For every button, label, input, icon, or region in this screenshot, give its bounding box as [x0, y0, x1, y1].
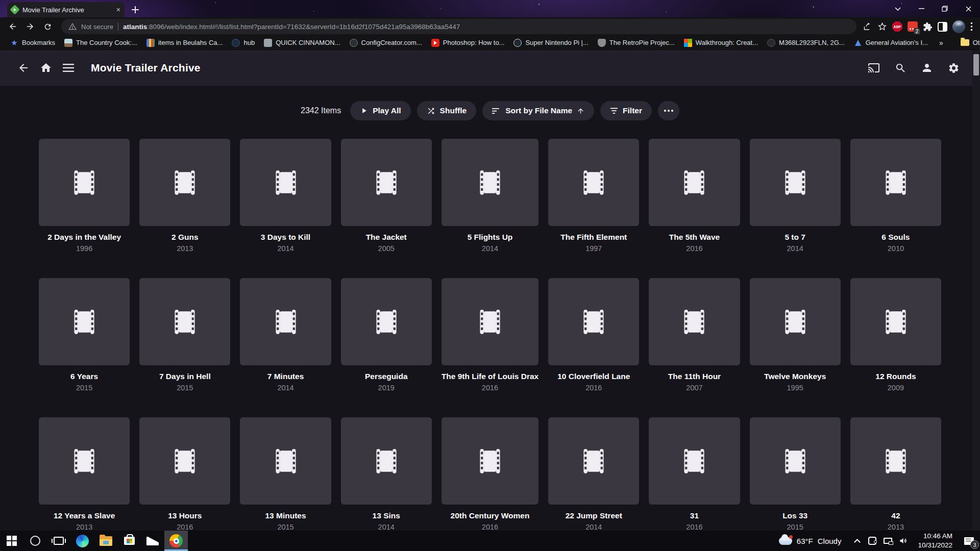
red-dots-extension-icon[interactable]: 2 [908, 21, 918, 32]
bookmark-item[interactable]: Photoshop: How to... [427, 37, 509, 48]
movie-title[interactable]: The Jacket [341, 233, 432, 242]
movie-card[interactable]: 422013 [850, 417, 941, 531]
new-tab-button[interactable] [129, 3, 142, 16]
movie-card[interactable]: The Fifth Element1997 [548, 139, 639, 253]
movie-thumbnail[interactable] [139, 417, 230, 505]
movie-title[interactable]: The 9th Life of Louis Drax [442, 372, 538, 381]
movie-card[interactable]: The 5th Wave2016 [649, 139, 740, 253]
movie-thumbnail[interactable] [750, 278, 841, 365]
bookmark-item[interactable]: The RetroPie Projec... [594, 37, 679, 48]
tab-close-icon[interactable]: × [116, 6, 120, 13]
search-icon[interactable] [889, 57, 912, 79]
movie-thumbnail[interactable] [139, 278, 230, 365]
movie-title[interactable]: 6 Years [39, 372, 130, 381]
movie-card[interactable]: 13 Sins2014 [341, 417, 432, 531]
movie-title[interactable]: 2 Guns [139, 233, 230, 242]
bookmark-item[interactable]: M368L2923FLN, 2G... [763, 37, 849, 48]
movie-thumbnail[interactable] [649, 139, 740, 226]
movie-title[interactable]: 5 to 7 [750, 233, 841, 242]
chrome-button[interactable] [164, 531, 188, 551]
taskbar-clock[interactable]: 10:46 AM 10/31/2022 [913, 531, 958, 551]
movie-card[interactable]: 2 Guns2013 [139, 139, 230, 253]
bookmark-item[interactable]: Super Nintendo Pi |... [509, 37, 592, 48]
movie-title[interactable]: The Fifth Element [548, 233, 639, 242]
weather-widget[interactable]: 63°F Cloudy [773, 531, 848, 551]
movie-title[interactable]: 42 [850, 511, 941, 520]
browser-tab[interactable]: Movie Trailer Archive × [7, 2, 125, 17]
bookmarks-overflow-chevron[interactable]: » [934, 39, 948, 47]
movie-card[interactable]: 12 Rounds2009 [850, 278, 941, 392]
movie-card[interactable]: Twelve Monkeys1995 [750, 278, 841, 392]
movie-thumbnail[interactable] [442, 417, 538, 505]
movie-title[interactable]: 20th Century Women [442, 511, 538, 520]
volume-icon[interactable] [896, 531, 910, 551]
movie-title[interactable]: 13 Sins [341, 511, 432, 520]
movie-title[interactable]: Los 33 [750, 511, 841, 520]
adblock-plus-extension-icon[interactable]: ABP [892, 21, 902, 32]
extensions-puzzle-icon[interactable] [923, 22, 933, 32]
back-button[interactable] [5, 19, 20, 34]
movie-thumbnail[interactable] [139, 139, 230, 226]
movie-title[interactable]: 6 Souls [850, 233, 941, 242]
shuffle-button[interactable]: Shuffle [417, 101, 477, 120]
movie-card[interactable]: 10 Cloverfield Lane2016 [548, 278, 639, 392]
action-center-button[interactable]: 3 [958, 531, 980, 551]
other-bookmarks-button[interactable]: Other bookmarks [957, 37, 980, 48]
movie-card[interactable]: 5 Flights Up2014 [442, 139, 538, 253]
movie-card[interactable]: The 11th Hour2007 [649, 278, 740, 392]
close-button[interactable] [957, 0, 980, 17]
movie-card[interactable]: The 9th Life of Louis Drax2016 [442, 278, 538, 392]
movie-title[interactable]: 2 Days in the Valley [39, 233, 130, 242]
movie-thumbnail[interactable] [341, 278, 432, 365]
movie-title[interactable]: 7 Minutes [240, 372, 331, 381]
sort-button[interactable]: Sort by File Name [482, 101, 594, 120]
movie-card[interactable]: Los 332015 [750, 417, 841, 531]
movie-card[interactable]: 3 Days to Kill2014 [240, 139, 331, 253]
forward-button[interactable] [22, 19, 38, 34]
movie-thumbnail[interactable] [240, 417, 331, 505]
movie-title[interactable]: 31 [649, 511, 740, 520]
app-back-button[interactable] [12, 57, 35, 79]
movie-card[interactable]: 22 Jump Street2014 [548, 417, 639, 531]
movie-card[interactable]: The Jacket2005 [341, 139, 432, 253]
movie-title[interactable]: The 5th Wave [649, 233, 740, 242]
store-button[interactable] [117, 531, 141, 551]
movie-thumbnail[interactable] [240, 139, 331, 226]
movie-title[interactable]: 5 Flights Up [442, 233, 538, 242]
movie-thumbnail[interactable] [548, 278, 639, 365]
settings-gear-icon[interactable] [942, 57, 965, 79]
movie-thumbnail[interactable] [39, 139, 130, 226]
url-text[interactable]: atlantis:8096/web/index.html#!/list/list… [123, 23, 460, 31]
movie-thumbnail[interactable] [850, 278, 941, 365]
cortana-button[interactable] [23, 531, 47, 551]
movie-title[interactable]: 10 Cloverfield Lane [548, 372, 639, 381]
bookmark-item[interactable]: ★Bookmarks [6, 37, 59, 48]
movie-title[interactable]: 12 Years a Slave [39, 511, 130, 520]
movie-thumbnail[interactable] [442, 139, 538, 226]
bookmark-item[interactable]: ConfigCreator.com... [346, 37, 426, 48]
movie-title[interactable]: The 11th Hour [649, 372, 740, 381]
movie-card[interactable]: 7 Minutes2014 [240, 278, 331, 392]
task-view-button[interactable] [47, 531, 70, 551]
cast-icon[interactable] [863, 57, 885, 79]
movie-card[interactable]: 5 to 72014 [750, 139, 841, 253]
network-icon[interactable] [881, 531, 894, 551]
minimize-button[interactable] [910, 0, 933, 17]
bookmark-item[interactable]: items in Beulahs Ca... [142, 37, 227, 48]
movie-card[interactable]: 6 Years2015 [39, 278, 130, 392]
more-options-button[interactable] [658, 101, 679, 120]
movie-card[interactable]: 7 Days in Hell2015 [139, 278, 230, 392]
menu-hamburger-icon[interactable] [57, 57, 80, 79]
scrollbar-thumb[interactable] [973, 54, 979, 76]
share-icon[interactable] [863, 22, 872, 31]
movie-title[interactable]: 3 Days to Kill [240, 233, 331, 242]
movie-thumbnail[interactable] [548, 417, 639, 505]
movie-title[interactable]: 12 Rounds [850, 372, 941, 381]
movie-title[interactable]: 7 Days in Hell [139, 372, 230, 381]
movie-card[interactable]: 6 Souls2010 [850, 139, 941, 253]
movie-thumbnail[interactable] [39, 278, 130, 365]
movie-thumbnail[interactable] [750, 417, 841, 505]
tray-expand-chevron-icon[interactable] [850, 531, 864, 551]
user-profile-icon[interactable] [916, 57, 938, 79]
bookmark-item[interactable]: hub [228, 37, 259, 48]
